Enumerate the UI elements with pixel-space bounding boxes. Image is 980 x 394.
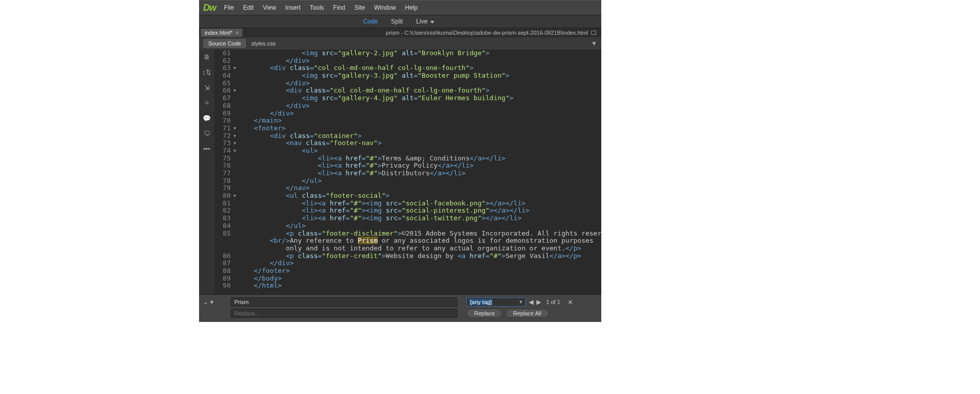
code-line[interactable]: 63▼ <div class="col col-md-one-half col-… [214, 64, 601, 72]
menu-tools[interactable]: Tools [306, 2, 328, 13]
view-toolbar: Code Split Live [199, 15, 601, 28]
code-line[interactable]: 69 </div> [214, 110, 601, 118]
code-line[interactable]: 85 <p class="footer-disclaimer">©2015 Ad… [214, 230, 601, 238]
comment-icon[interactable]: 💬 [203, 114, 211, 122]
close-tab-icon[interactable]: × [235, 30, 238, 36]
file-tab[interactable]: index.html* × [201, 29, 242, 37]
filter-icon[interactable]: ▼ [591, 40, 597, 47]
code-line[interactable]: 67 <img src="gallery-4.jpg" alt="Euler H… [214, 95, 601, 102]
menu-bar: Dw File Edit View Insert Tools Find Site… [199, 1, 601, 15]
file-path: prism - C:\Users\nishkuma\Desktop\adobe-… [386, 30, 588, 36]
code-line[interactable]: 61 <img src="gallery-2.jpg" alt="Brookly… [214, 50, 601, 57]
menu-help[interactable]: Help [401, 2, 422, 13]
code-line[interactable]: 81 <li><a href="#"><img src="social-face… [214, 200, 601, 207]
code-line[interactable]: 80▼ <ul class="footer-social"> [214, 192, 601, 200]
file-tab-label: index.html* [205, 30, 232, 36]
tag-scope-value: [any tag] [469, 299, 493, 305]
menu-site[interactable]: Site [350, 2, 369, 13]
code-line[interactable]: 87 </div> [214, 260, 601, 267]
find-result-count: 1 of 1 [544, 299, 562, 305]
find-next-icon[interactable]: ▶ [536, 298, 541, 306]
file-management-icon[interactable]: 🗎 [203, 53, 211, 61]
chevron-down-icon: ▼ [519, 299, 523, 305]
code-line[interactable]: 71▼ <footer> [214, 125, 601, 132]
app-window: Dw File Edit View Insert Tools Find Site… [199, 0, 601, 322]
replace-button[interactable]: Replace [467, 309, 502, 318]
view-mode-code[interactable]: Code [359, 16, 382, 27]
view-mode-live[interactable]: Live [412, 16, 436, 27]
code-line[interactable]: 73▼ <nav class="footer-nav"> [214, 140, 601, 147]
find-input[interactable] [231, 297, 457, 307]
code-line[interactable]: 72▼ <div class="container"> [214, 132, 601, 140]
code-line[interactable]: 86 <p class="footer-credit">Website desi… [214, 252, 601, 260]
replace-input[interactable] [231, 309, 457, 318]
filter-search-icon[interactable]: ▾ [210, 298, 213, 306]
more-icon[interactable]: ••• [203, 145, 211, 153]
menu-file[interactable]: File [220, 2, 238, 13]
replace-all-button[interactable]: Replace All [505, 309, 549, 318]
document-tab-bar: index.html* × prism - C:\Users\nishkuma\… [199, 28, 601, 37]
find-replace-bar: ⌄ ▾ [any tag] ▼ ◀ ▶ 1 of 1 ✕ Replace Rep… [199, 294, 601, 322]
format-icon[interactable]: ↕⇅ [203, 68, 211, 76]
find-prev-icon[interactable]: ◀ [529, 298, 533, 306]
code-editor[interactable]: 61 <img src="gallery-2.jpg" alt="Brookly… [214, 50, 601, 294]
related-files-bar: Source Code styles.css ▼ [199, 37, 601, 50]
code-line[interactable]: 65 </div> [214, 80, 601, 87]
main-area: 🗎 ↕⇅ ⇲ ✧ 💬 🗨 ••• 61 <img src="gallery-2.… [199, 50, 601, 294]
view-mode-split[interactable]: Split [387, 16, 407, 27]
collapse-search-icon[interactable]: ⌄ [203, 298, 208, 306]
menu-insert[interactable]: Insert [281, 2, 305, 13]
code-line[interactable]: 89 </body> [214, 275, 601, 283]
menu-window[interactable]: Window [370, 2, 400, 13]
code-line[interactable]: 76 <li><a href="#">Privacy Policy</a></l… [214, 162, 601, 170]
app-logo: Dw [202, 3, 219, 13]
code-line[interactable]: 79 </nav> [214, 184, 601, 192]
code-line[interactable]: 68 </div> [214, 102, 601, 110]
menu-edit[interactable]: Edit [239, 2, 258, 13]
expand-icon[interactable]: ⇲ [203, 83, 211, 91]
code-line[interactable]: 90 </html> [214, 282, 601, 290]
code-line[interactable]: 83 <li><a href="#"><img src="social-twit… [214, 215, 601, 222]
menu-view[interactable]: View [259, 2, 280, 13]
code-line[interactable]: 64 <img src="gallery-3.jpg" alt="Booster… [214, 72, 601, 80]
tool-gutter: 🗎 ↕⇅ ⇲ ✧ 💬 🗨 ••• [199, 50, 214, 294]
chevron-down-icon [430, 21, 434, 24]
close-search-icon[interactable]: ✕ [566, 298, 573, 306]
wand-icon[interactable]: ✧ [203, 99, 211, 107]
code-line[interactable]: 88 </footer> [214, 267, 601, 275]
code-line[interactable]: 84 </ul> [214, 222, 601, 230]
code-line[interactable]: 62 </div> [214, 57, 601, 65]
code-line[interactable]: 66▼ <div class="col col-md-one-half col-… [214, 87, 601, 95]
menu-find[interactable]: Find [329, 2, 349, 13]
code-line[interactable]: 70 </main> [214, 117, 601, 125]
code-line[interactable]: 77 <li><a href="#">Distributors</a></li> [214, 170, 601, 177]
code-line[interactable]: 74▼ <ul> [214, 147, 601, 155]
code-line[interactable]: 78 </ul> [214, 177, 601, 185]
subtab-source-code[interactable]: Source Code [203, 39, 246, 48]
code-line[interactable]: 75 <li><a href="#">Terms &amp; Condition… [214, 155, 601, 163]
code-line[interactable]: only and is not intended to refer to any… [214, 245, 601, 252]
chat-icon[interactable]: 🗨 [203, 129, 211, 137]
code-line[interactable]: <br/>Any reference to Prism or any assoc… [214, 237, 601, 245]
code-line[interactable]: 82 <li><a href="#"><img src="social-pint… [214, 207, 601, 215]
tag-scope-select[interactable]: [any tag] ▼ [467, 297, 526, 307]
file-path-area: prism - C:\Users\nishkuma\Desktop\adobe-… [386, 30, 601, 36]
subtab-styles-css[interactable]: styles.css [246, 39, 281, 48]
restore-window-icon[interactable] [591, 31, 596, 35]
